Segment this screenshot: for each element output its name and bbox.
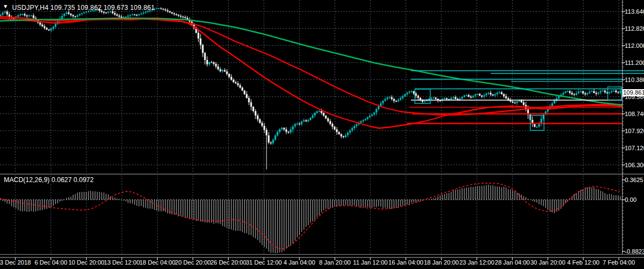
time-axis-label: 18 Jan 20:00 xyxy=(424,259,459,266)
price-axis-label: 112.820 xyxy=(625,25,644,32)
time-axis-label: 20 Dec 20:00 xyxy=(175,259,210,266)
price-axis-label: 113.640 xyxy=(625,8,644,15)
ma-green-line xyxy=(0,18,622,105)
time-axis-label: 23 Jan 12:00 xyxy=(459,259,495,266)
time-axis-label: 8 Jan 20:00 xyxy=(319,259,351,266)
time-axis-label: 7 Feb 04:00 xyxy=(603,259,635,266)
macd-axis-label: 0.3625 xyxy=(625,177,643,183)
axes xyxy=(0,0,644,260)
price-axis-label: 110.380 xyxy=(625,76,644,83)
price-axis-label: 106.300 xyxy=(625,162,644,168)
time-axis-label: 3 Dec 2018 xyxy=(0,259,31,266)
ma-green-line xyxy=(0,18,622,105)
macd-indicator-label: MACD(12,26,9) 0.0627 0.0972 xyxy=(4,176,93,184)
time-axis-label: 31 Dec 12:00 xyxy=(246,259,281,266)
time-axis-label: 4 Jan 04:00 xyxy=(284,259,315,266)
symbol-ohlc-label: USDJPY,H4 109.735 109.862 109.673 109.86… xyxy=(12,4,155,12)
price-axis-label: 107.120 xyxy=(625,145,644,151)
time-axis-label: 4 Feb 12:00 xyxy=(567,259,599,266)
chart-canvas[interactable] xyxy=(0,0,644,269)
time-axis-label: 6 Dec 04:00 xyxy=(35,259,67,266)
time-axis-label: 11 Jan 12:00 xyxy=(353,259,388,266)
candlestick-series xyxy=(0,7,621,169)
price-axis-label: 111.200 xyxy=(625,59,644,66)
macd-axis-label: -0.8823 xyxy=(625,248,644,255)
current-price-badge: 109.861 xyxy=(623,89,644,96)
time-axis-label: 13 Dec 12:00 xyxy=(104,259,140,266)
time-axis-label: 26 Dec 20:00 xyxy=(210,259,246,266)
mt4-chart-window: ▼ USDJPY,H4 109.735 109.862 109.673 109.… xyxy=(0,0,644,269)
macd-axis-label: 0.00 xyxy=(625,196,636,203)
time-axis-label: 16 Jan 04:00 xyxy=(388,259,424,266)
price-axis-label: 108.740 xyxy=(625,111,644,117)
macd-histogram xyxy=(1,185,620,253)
symbol-dropdown-icon[interactable]: ▼ xyxy=(3,3,8,9)
level-lines xyxy=(407,71,644,124)
price-axis-label: 112.000 xyxy=(625,42,644,49)
time-axis-label: 30 Jan 20:00 xyxy=(530,259,565,266)
price-axis-label: 107.920 xyxy=(625,128,644,134)
time-axis-label: 28 Jan 04:00 xyxy=(495,259,530,266)
time-axis-label: 10 Dec 20:00 xyxy=(68,259,104,266)
grid xyxy=(0,0,622,254)
time-axis-label: 18 Dec 04:00 xyxy=(140,259,175,266)
